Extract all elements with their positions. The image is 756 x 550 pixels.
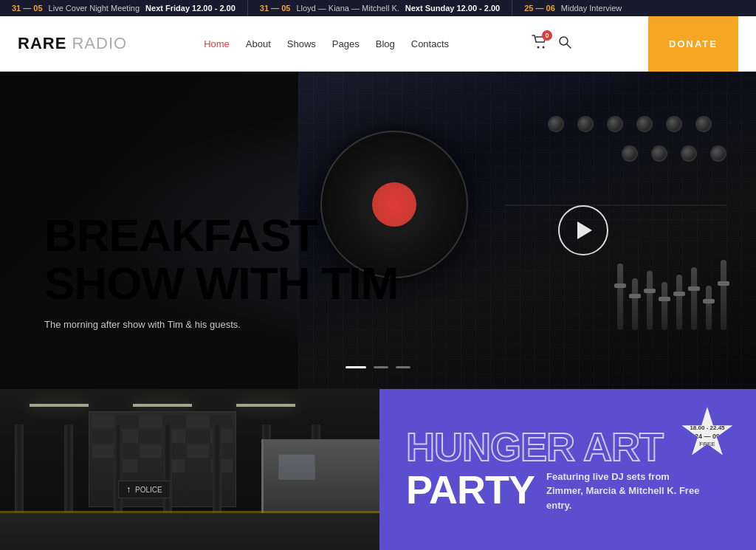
hero-subtitle: The morning after show with Tim & his gu… [44, 319, 398, 330]
subway-col-5 [213, 424, 221, 513]
ticker-segment-1: 31 — 05 Live Cover Night Meeting Next Fr… [0, 0, 248, 16]
fader-2 [632, 278, 638, 330]
nav-contacts[interactable]: Contacts [411, 38, 449, 49]
hero-title-solid: SHOW WITH TIM [44, 259, 398, 307]
slider-dot-2[interactable] [374, 366, 388, 368]
ticker-text-3: Midday Interview [561, 4, 622, 13]
header-icons: 0 [532, 35, 571, 52]
ticker-time-2: Next Sunday 12.00 - 2.00 [405, 4, 500, 13]
knob-7 [622, 145, 638, 162]
fader-3 [647, 271, 653, 330]
ticker-text-2: Lloyd — Kiana — Mitchell K. [296, 4, 399, 13]
subway-col-2 [64, 424, 73, 513]
knob-3 [607, 116, 623, 132]
play-button[interactable] [558, 205, 608, 255]
cart-icon-wrap[interactable]: 0 [532, 35, 548, 52]
event-title-outline: HUNGER ART [406, 427, 729, 467]
subway-col-3 [114, 424, 123, 513]
knob-2 [577, 116, 594, 132]
nav-about[interactable]: About [246, 38, 271, 49]
nav-home[interactable]: Home [204, 38, 230, 49]
event-badge-date: 24 — 09 [695, 433, 720, 441]
nav-blog[interactable]: Blog [376, 38, 395, 49]
fader-8 [721, 260, 726, 330]
fader-7 [706, 286, 712, 330]
police-sign: ↑ POLICE [118, 481, 171, 498]
main-nav: Home About Shows Pages Blog Contacts [204, 38, 449, 49]
subway-train [261, 439, 379, 513]
ticker-time-1: Next Friday 12.00 - 2.00 [145, 4, 236, 13]
subway-col-1 [15, 424, 24, 513]
logo-bold: RARE [18, 34, 66, 52]
hero-section: BREAKFAST SHOW WITH TIM The morning afte… [0, 72, 756, 389]
event-section: 18.00 - 22.45 24 — 09 FREE HUNGER ART PA… [379, 389, 756, 550]
ceiling-light-3 [236, 404, 295, 407]
event-title: HUNGER ART PARTY Featuring live DJ sets … [406, 427, 729, 513]
ticker-segment-2: 31 — 05 Lloyd — Kiana — Mitchell K. Next… [248, 0, 512, 16]
svg-point-1 [543, 47, 545, 49]
hero-title-outline: BREAKFAST [44, 211, 398, 259]
subway-col-4 [163, 424, 172, 513]
fader-5 [676, 275, 682, 330]
ticker-date-2: 31 — 05 [260, 4, 291, 13]
knob-1 [548, 116, 564, 132]
police-sign-text: POLICE [135, 486, 162, 494]
event-desc-text: Featuring live DJ sets from Zimmer, Marc… [546, 470, 709, 513]
ceiling-light-2 [133, 404, 192, 407]
train-window [278, 454, 315, 480]
knob-6 [695, 116, 712, 132]
slider-dot-1[interactable] [346, 366, 366, 368]
fader-6 [691, 267, 697, 330]
search-icon[interactable] [558, 35, 571, 52]
event-badge-time: 18.00 - 22.45 [690, 424, 724, 432]
ticker-date-1: 31 — 05 [12, 4, 43, 13]
knob-row [548, 116, 712, 132]
platform-floor [0, 513, 379, 550]
nav-shows[interactable]: Shows [287, 38, 316, 49]
ticker-segment-3: 25 — 06 Midday Interview [512, 0, 756, 16]
ticker-bar: 31 — 05 Live Cover Night Meeting Next Fr… [0, 0, 756, 16]
header: RARE RADIO Home About Shows Pages Blog C… [0, 16, 756, 72]
logo-thin: RADIO [66, 34, 127, 52]
knob-10 [710, 145, 726, 162]
ceiling-light-1 [30, 404, 89, 407]
event-description: Featuring live DJ sets from Zimmer, Marc… [546, 470, 709, 513]
slider-dot-3[interactable] [396, 366, 410, 368]
svg-point-0 [537, 47, 540, 49]
event-title-solid: PARTY [406, 470, 535, 509]
subway-section: ↑ POLICE [0, 389, 379, 550]
ceiling-lights [0, 404, 379, 407]
knob-9 [681, 145, 697, 162]
bottom-section: ↑ POLICE 18.00 - 22.45 24 — 09 FREE HUNG… [0, 389, 756, 550]
slider-dots [346, 366, 410, 368]
donate-button[interactable]: DONATE [648, 16, 738, 72]
play-icon [577, 221, 592, 239]
fader-1 [617, 264, 623, 330]
ticker-text-1: Live Cover Night Meeting [49, 4, 140, 13]
fader-4 [662, 282, 667, 330]
knob-4 [636, 116, 653, 132]
police-arrow-icon: ↑ [126, 484, 131, 495]
hero-title: BREAKFAST SHOW WITH TIM [44, 211, 398, 307]
knob-5 [666, 116, 682, 132]
svg-line-3 [567, 44, 571, 49]
ticker-date-3: 25 — 06 [524, 4, 555, 13]
cart-badge: 0 [542, 30, 552, 41]
hero-content: BREAKFAST SHOW WITH TIM The morning afte… [44, 211, 398, 330]
nav-pages[interactable]: Pages [332, 38, 360, 49]
logo[interactable]: RARE RADIO [18, 34, 127, 53]
knob-8 [651, 145, 667, 162]
fader-area [617, 260, 726, 330]
